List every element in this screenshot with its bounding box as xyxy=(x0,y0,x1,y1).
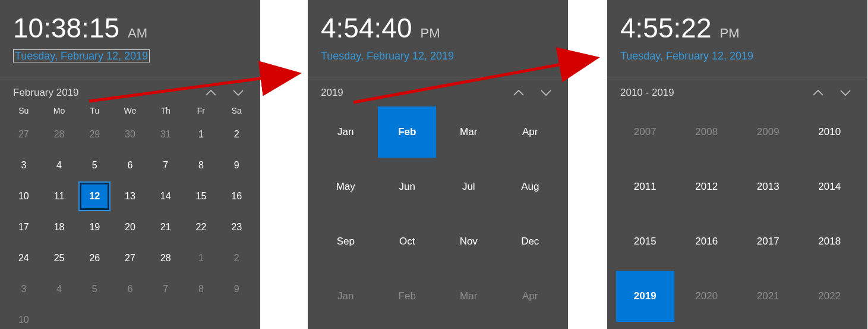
weekday-label: Tu xyxy=(77,106,112,115)
calendar-day[interactable]: 26 xyxy=(77,243,112,274)
nav-arrows xyxy=(512,87,560,98)
calendar-month[interactable]: Apr xyxy=(500,105,561,159)
calendar-scope-label[interactable]: February 2019 xyxy=(13,87,79,99)
calendar-day[interactable]: 3 xyxy=(6,274,42,305)
calendar-day[interactable]: 8 xyxy=(184,150,219,181)
calendar-day[interactable]: 23 xyxy=(219,212,254,243)
calendar-year[interactable]: 2021 xyxy=(737,269,799,324)
calendar-month[interactable]: May xyxy=(315,159,377,214)
calendar-month[interactable]: Feb xyxy=(377,269,438,324)
calendar-day[interactable]: 5 xyxy=(77,274,112,305)
calendar-day[interactable]: 19 xyxy=(77,212,112,243)
calendar-day[interactable]: 6 xyxy=(112,150,148,181)
clock-ampm: AM xyxy=(128,26,147,41)
chevron-down-icon[interactable] xyxy=(539,87,553,98)
calendar-day[interactable]: 16 xyxy=(219,181,254,212)
calendar-day[interactable]: 8 xyxy=(184,274,219,305)
calendar-year[interactable]: 2007 xyxy=(614,105,676,159)
calendar-year[interactable]: 2017 xyxy=(737,214,799,269)
calendar-header: 2019 xyxy=(308,77,568,102)
clock-ampm: PM xyxy=(719,26,739,41)
calendar-day[interactable]: 13 xyxy=(112,181,148,212)
calendar-day[interactable]: 22 xyxy=(184,212,219,243)
calendar-month[interactable]: Feb xyxy=(377,105,438,159)
calendar-month[interactable]: Jan xyxy=(315,105,377,159)
date-link[interactable]: Tuesday, February 12, 2019 xyxy=(620,50,753,62)
calendar-day[interactable]: 6 xyxy=(112,274,148,305)
calendar-day[interactable]: 1 xyxy=(184,119,219,150)
calendar-day[interactable]: 30 xyxy=(112,119,148,150)
calendar-day[interactable]: 5 xyxy=(77,150,112,181)
calendar-year[interactable]: 2009 xyxy=(737,105,799,159)
calendar-day[interactable]: 25 xyxy=(42,243,77,274)
day-grid: 2728293031123456789101112131415161718192… xyxy=(0,118,260,329)
calendar-day[interactable]: 28 xyxy=(148,243,184,274)
calendar-scope-label[interactable]: 2019 xyxy=(321,87,343,99)
calendar-day[interactable]: 9 xyxy=(219,150,254,181)
calendar-year[interactable]: 2012 xyxy=(676,159,738,214)
calendar-day[interactable]: 7 xyxy=(148,274,184,305)
chevron-up-icon[interactable] xyxy=(204,87,217,98)
calendar-day[interactable]: 28 xyxy=(42,119,77,150)
calendar-day[interactable]: 15 xyxy=(184,181,219,212)
calendar-day[interactable]: 3 xyxy=(6,150,42,181)
calendar-month[interactable]: Nov xyxy=(438,214,500,269)
calendar-year[interactable]: 2015 xyxy=(614,214,676,269)
calendar-month[interactable]: Apr xyxy=(500,269,561,324)
calendar-day[interactable]: 2 xyxy=(219,243,254,274)
date-link[interactable]: Tuesday, February 12, 2019 xyxy=(13,49,150,62)
calendar-day[interactable]: 24 xyxy=(6,243,42,274)
calendar-day[interactable]: 1 xyxy=(184,243,219,274)
calendar-month[interactable]: Oct xyxy=(377,214,438,269)
date-line[interactable]: Tuesday, February 12, 2019 xyxy=(321,50,454,62)
calendar-month[interactable]: Dec xyxy=(500,214,561,269)
calendar-year[interactable]: 2018 xyxy=(799,214,861,269)
time-line: 4:55:22 PM xyxy=(620,12,854,44)
calendar-year[interactable]: 2022 xyxy=(799,269,861,324)
calendar-year[interactable]: 2011 xyxy=(614,159,676,214)
chevron-down-icon[interactable] xyxy=(232,87,245,98)
chevron-down-icon[interactable] xyxy=(839,87,852,98)
calendar-day[interactable]: 4 xyxy=(42,274,77,305)
calendar-header: 2010 - 2019 xyxy=(607,77,867,102)
calendar-month[interactable]: Mar xyxy=(438,269,500,324)
calendar-day[interactable]: 18 xyxy=(42,212,77,243)
chevron-up-icon[interactable] xyxy=(812,87,825,98)
calendar-year[interactable]: 2013 xyxy=(737,159,799,214)
calendar-year[interactable]: 2020 xyxy=(676,269,738,324)
calendar-day[interactable]: 20 xyxy=(112,212,148,243)
calendar-day[interactable]: 27 xyxy=(6,119,42,150)
date-line[interactable]: Tuesday, February 12, 2019 xyxy=(620,50,753,62)
calendar-month[interactable]: Aug xyxy=(500,159,561,214)
date-link[interactable]: Tuesday, February 12, 2019 xyxy=(321,50,454,62)
calendar-day[interactable]: 27 xyxy=(112,243,148,274)
calendar-day[interactable]: 12 xyxy=(77,181,112,212)
calendar-year[interactable]: 2019 xyxy=(614,269,676,324)
calendar-month[interactable]: Jul xyxy=(438,159,500,214)
calendar-day[interactable]: 10 xyxy=(6,181,42,212)
calendar-day[interactable]: 17 xyxy=(6,212,42,243)
calendar-day[interactable]: 31 xyxy=(148,119,184,150)
calendar-day[interactable]: 21 xyxy=(148,212,184,243)
chevron-up-icon[interactable] xyxy=(512,87,525,98)
calendar-month[interactable]: Jan xyxy=(315,269,377,324)
calendar-day[interactable]: 4 xyxy=(42,150,77,181)
calendar-day[interactable]: 2 xyxy=(219,119,254,150)
calendar-flyout-days: 10:38:15 AM Tuesday, February 12, 2019 F… xyxy=(0,0,260,329)
calendar-day[interactable]: 11 xyxy=(42,181,77,212)
year-grid: 2007200820092010201120122013201420152016… xyxy=(607,102,867,324)
calendar-year[interactable]: 2014 xyxy=(799,159,861,214)
calendar-scope-label[interactable]: 2010 - 2019 xyxy=(620,87,674,99)
calendar-year[interactable]: 2016 xyxy=(676,214,738,269)
calendar-day[interactable]: 7 xyxy=(148,150,184,181)
calendar-day[interactable]: 9 xyxy=(219,274,254,305)
calendar-day[interactable]: 14 xyxy=(148,181,184,212)
calendar-year[interactable]: 2008 xyxy=(676,105,738,159)
calendar-year[interactable]: 2010 xyxy=(799,105,861,159)
calendar-month[interactable]: Sep xyxy=(315,214,377,269)
calendar-month[interactable]: Jun xyxy=(377,159,438,214)
calendar-day[interactable]: 29 xyxy=(77,119,112,150)
calendar-day[interactable]: 10 xyxy=(6,305,42,329)
date-line[interactable]: Tuesday, February 12, 2019 xyxy=(13,50,150,62)
calendar-month[interactable]: Mar xyxy=(438,105,500,159)
